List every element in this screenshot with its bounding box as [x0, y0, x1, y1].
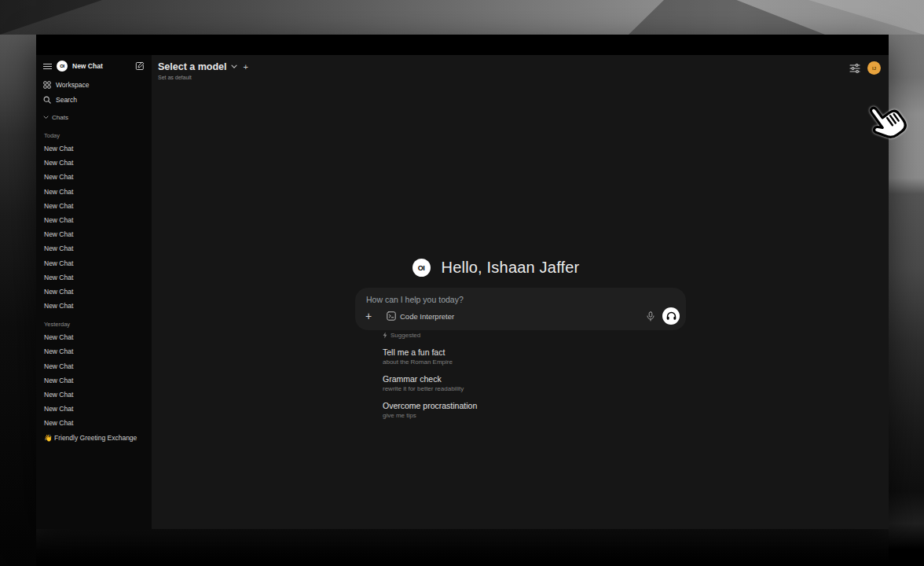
- app-logo: OI: [57, 61, 68, 72]
- app-logo: OI: [412, 259, 431, 277]
- model-selector-block: Select a model + Set as default: [158, 61, 248, 80]
- sidebar-item-label: Workspace: [56, 81, 89, 89]
- suggested-label: Suggested: [390, 332, 420, 339]
- suggested-prompt-title: Tell me a fun fact: [383, 347, 642, 357]
- suggested-prompt-subtitle: rewrite it for better readability: [383, 385, 642, 392]
- chat-list-item[interactable]: New Chat: [36, 299, 152, 313]
- chat-list-item[interactable]: New Chat: [36, 156, 152, 170]
- code-interpreter-toggle[interactable]: Code Interpreter: [387, 311, 454, 321]
- main-header: Select a model + Set as default IJ: [152, 55, 889, 83]
- sidebar-header: OI New Chat: [36, 55, 152, 77]
- chat-list-item[interactable]: New Chat: [36, 227, 152, 241]
- user-avatar[interactable]: IJ: [867, 61, 881, 75]
- chevron-down-icon: [43, 116, 49, 119]
- chat-list-item[interactable]: New Chat: [36, 416, 152, 430]
- sidebar-item-workspace[interactable]: Workspace: [36, 77, 152, 92]
- workspace-grid-icon: [43, 81, 51, 89]
- chat-list-item[interactable]: New Chat: [36, 402, 152, 416]
- suggested-prompt-title: Overcome procrastination: [383, 401, 642, 410]
- chat-list-item[interactable]: New Chat: [36, 330, 152, 344]
- chat-list-item[interactable]: New Chat: [36, 213, 152, 227]
- suggested-prompt-subtitle: about the Roman Empire: [383, 358, 642, 366]
- chat-list-item[interactable]: New Chat: [36, 256, 152, 270]
- sidebar-toggle-icon[interactable]: [43, 63, 52, 70]
- suggested-prompt[interactable]: Grammar check rewrite it for better read…: [383, 374, 642, 392]
- chats-section-header[interactable]: Chats: [36, 111, 152, 124]
- chat-list-item[interactable]: New Chat: [36, 388, 152, 402]
- chat-input-placeholder[interactable]: How can I help you today?: [366, 295, 464, 304]
- code-interpreter-icon: [387, 311, 396, 321]
- chat-list-item[interactable]: New Chat: [36, 185, 152, 199]
- search-icon: [43, 96, 51, 104]
- header-right-controls: IJ: [849, 61, 881, 75]
- suggested-prompt[interactable]: Overcome procrastination give me tips: [383, 401, 642, 419]
- voice-call-button[interactable]: [662, 307, 680, 325]
- new-chat-icon[interactable]: [135, 61, 145, 71]
- attach-button[interactable]: +: [361, 309, 376, 323]
- code-interpreter-label: Code Interpreter: [400, 312, 454, 321]
- greeting-text: Hello, Ishaan Jaffer: [442, 259, 580, 277]
- greeting-row: OI Hello, Ishaan Jaffer: [152, 259, 840, 277]
- chat-group-label: Yesterday: [36, 318, 152, 330]
- controls-sliders-icon[interactable]: [849, 64, 860, 73]
- headphones-icon: [666, 311, 676, 321]
- chat-list-item[interactable]: New Chat: [36, 359, 152, 373]
- chat-list-item[interactable]: New Chat: [36, 199, 152, 213]
- bolt-icon: [383, 332, 387, 339]
- sidebar-item-search[interactable]: Search: [36, 92, 152, 107]
- sidebar: OI New Chat Workspace Search: [36, 55, 152, 529]
- app-window: OI New Chat Workspace Search: [36, 35, 889, 529]
- chat-input-box[interactable]: How can I help you today? + Code Interpr…: [355, 288, 686, 330]
- chat-list-item[interactable]: New Chat: [36, 344, 152, 358]
- chat-group-label: Today: [36, 130, 152, 142]
- chat-list-item[interactable]: New Chat: [36, 170, 152, 184]
- chat-groups: TodayNew ChatNew ChatNew ChatNew ChatNew…: [36, 130, 152, 431]
- chat-input-actions: + Code Interpreter: [355, 307, 686, 325]
- main-pane: Select a model + Set as default IJ: [152, 55, 889, 529]
- chat-list-item[interactable]: New Chat: [36, 241, 152, 255]
- suggested-header: Suggested: [383, 332, 642, 339]
- sidebar-item-label: Search: [56, 96, 77, 104]
- desktop-background: OI New Chat Workspace Search: [0, 0, 924, 566]
- chats-section-label: Chats: [52, 114, 68, 121]
- window-top-bar: [36, 35, 889, 55]
- chat-list-item[interactable]: New Chat: [36, 270, 152, 285]
- chevron-down-icon: [231, 64, 237, 69]
- chat-list-item[interactable]: New Chat: [36, 285, 152, 299]
- microphone-icon[interactable]: [644, 309, 658, 323]
- wallpaper-bottom: [36, 529, 889, 566]
- suggested-prompts: Suggested Tell me a fun fact about the R…: [383, 332, 642, 419]
- wallpaper-right: [889, 35, 924, 566]
- sidebar-title: New Chat: [72, 62, 130, 70]
- chat-list-item-named[interactable]: 👋 Friendly Greeting Exchange: [36, 431, 152, 446]
- add-model-button[interactable]: +: [244, 62, 248, 72]
- chat-list-item[interactable]: New Chat: [36, 142, 152, 156]
- wallpaper-left: [0, 35, 36, 566]
- suggested-prompt[interactable]: Tell me a fun fact about the Roman Empir…: [383, 347, 642, 366]
- model-selector-label: Select a model: [158, 61, 227, 72]
- suggested-prompt-title: Grammar check: [383, 374, 642, 384]
- suggested-prompt-subtitle: give me tips: [383, 412, 642, 419]
- set-as-default-button[interactable]: Set as default: [158, 75, 248, 80]
- chat-list-item[interactable]: New Chat: [36, 373, 152, 388]
- model-selector[interactable]: Select a model +: [158, 61, 248, 72]
